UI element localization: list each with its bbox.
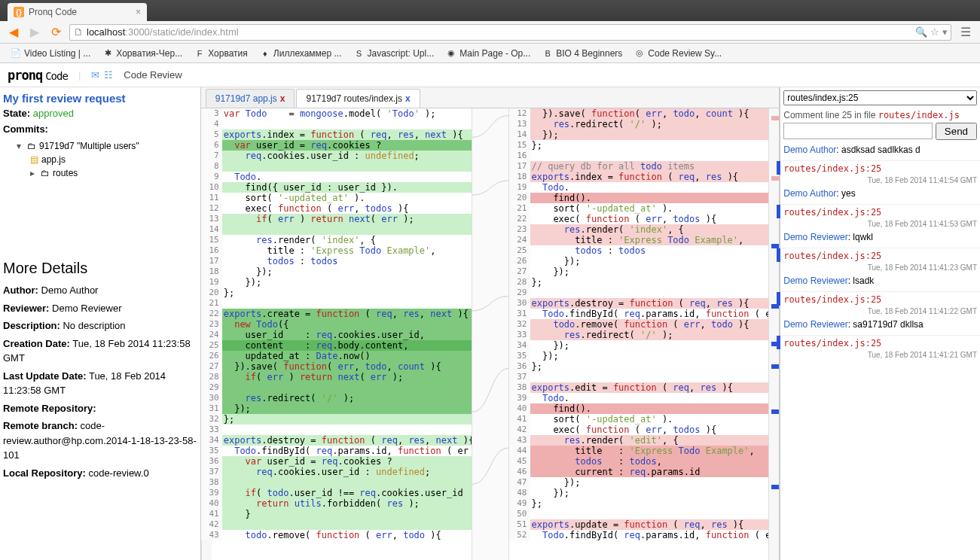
code-line[interactable]: 25 content : req.body.content, <box>222 340 472 351</box>
code-line[interactable]: 43 todo.remove( function ( err, todo ){ <box>222 530 472 540</box>
code-line[interactable]: 44 title : 'Express Todo Example', <box>530 446 780 456</box>
code-line[interactable]: 4 <box>222 119 472 129</box>
code-line[interactable]: 20}; <box>222 288 472 298</box>
code-line[interactable]: 31 }); <box>222 403 472 414</box>
code-line[interactable]: 23 new Todo({ <box>222 319 472 330</box>
code-line[interactable]: 5exports.index = function ( req, res, ne… <box>222 129 472 140</box>
code-line[interactable]: 19 }); <box>222 277 472 288</box>
code-line[interactable]: 38exports.edit = function ( req, res ){ <box>530 382 780 393</box>
code-line[interactable]: 34exports.destroy = function ( req, res,… <box>222 435 472 446</box>
code-line[interactable]: 9 Todo. <box>222 172 472 182</box>
code-line[interactable]: 35 }); <box>530 351 780 361</box>
code-line[interactable]: 38 <box>222 477 472 488</box>
code-line[interactable]: 17 todos : todos <box>222 256 472 266</box>
code-line[interactable]: 29 <box>530 288 780 298</box>
thread-header[interactable]: routes/index.js:25 <box>780 291 980 307</box>
code-line[interactable]: 51exports.update = function ( req, res )… <box>530 519 780 530</box>
bookmark-item[interactable]: ◉Main Page - Op... <box>441 47 535 60</box>
code-line[interactable]: 16 <box>530 151 780 161</box>
code-line[interactable]: 10 find({ user_id : user_id }). <box>222 182 472 193</box>
dropdown-icon[interactable]: ▾ <box>942 26 948 38</box>
list-icon[interactable]: ☷ <box>104 69 113 81</box>
code-line[interactable]: 21 <box>222 298 472 309</box>
code-line[interactable]: 32 todo.remove( function ( err, todo ){ <box>530 319 780 330</box>
code-line[interactable]: 18 }); <box>222 266 472 277</box>
code-line[interactable]: 7 req.cookies.user_id : undefined; <box>222 151 472 161</box>
expand-icon[interactable]: ▸ <box>30 168 38 178</box>
code-line[interactable]: 14 <box>222 224 472 235</box>
code-line[interactable]: 30exports.destroy = function ( req, res … <box>530 298 780 309</box>
code-line[interactable]: 43 res.render( 'edit', { <box>530 435 780 446</box>
code-line[interactable]: 32}; <box>222 414 472 425</box>
reload-button[interactable]: ⟳ <box>48 25 63 40</box>
code-line[interactable]: 33 <box>222 425 472 435</box>
code-line[interactable]: 39 if( todo.user_id !== req.cookies.user… <box>222 488 472 498</box>
code-line[interactable]: 37 <box>530 372 780 382</box>
code-line[interactable]: 17// query db for all todo items <box>530 161 780 172</box>
mail-icon[interactable]: ✉ <box>91 69 99 81</box>
thread-header[interactable]: routes/index.js:25 <box>780 160 980 176</box>
diff-right[interactable]: 12 }).save( function( err, todo, count )… <box>509 108 780 560</box>
code-line[interactable]: 47 }); <box>530 477 780 488</box>
code-line[interactable]: 18exports.index = function ( req, res ){ <box>530 172 780 182</box>
code-line[interactable]: 34 }); <box>530 340 780 351</box>
code-line[interactable]: 33 res.redirect( '/' ); <box>530 330 780 340</box>
code-line[interactable]: 42 <box>222 519 472 530</box>
code-line[interactable]: 6 var user_id = req.cookies ? <box>222 140 472 151</box>
collapse-icon[interactable]: ▾ <box>17 141 24 151</box>
code-line[interactable]: 50 <box>530 509 780 519</box>
code-line[interactable]: 49}; <box>530 498 780 509</box>
bookmark-item[interactable]: ♦Лиллехаммер ... <box>255 47 347 60</box>
bookmark-item[interactable]: BBIO 4 Beginners <box>538 47 627 60</box>
url-bar[interactable]: 🗋 localhost:3000/static/ide/index.html 🔍… <box>69 24 951 41</box>
code-line[interactable]: 22 exec( function ( err, todos ){ <box>530 214 780 224</box>
code-line[interactable]: 42 exec( function ( err, todos ){ <box>530 425 780 435</box>
tree-folder-routes[interactable]: ▸ 🗀 routes <box>3 166 197 180</box>
code-line[interactable]: 12 exec( function ( err, todos ){ <box>222 203 472 214</box>
code-line[interactable]: 22exports.create = function ( req, res, … <box>222 309 472 319</box>
code-line[interactable]: 28}; <box>530 277 780 288</box>
forward-button[interactable]: ▶ <box>27 25 42 40</box>
send-button[interactable]: Send <box>936 123 977 140</box>
bookmark-item[interactable]: 📄Video Listing | ... <box>6 47 95 60</box>
code-line[interactable]: 27 }); <box>530 266 780 277</box>
tree-commit[interactable]: ▾ 🗀 91719d7 "Multiple users" <box>3 139 197 153</box>
code-line[interactable]: 41 } <box>222 509 472 519</box>
code-line[interactable]: 37 req.cookies.user_id : undefined; <box>222 467 472 477</box>
code-line[interactable]: 13 if( err ) return next( err ); <box>222 214 472 224</box>
thread-header[interactable]: routes/index.js:25 <box>780 335 980 351</box>
comment-input[interactable] <box>783 123 933 139</box>
code-line[interactable]: 21 sort( '-updated_at' ). <box>530 203 780 214</box>
code-line[interactable]: 30 res.redirect( '/' ); <box>222 393 472 403</box>
diff-left[interactable]: 3var Todo = mongoose.model( 'Todo' );45e… <box>201 108 472 560</box>
close-tab-icon[interactable]: x <box>405 93 411 104</box>
code-line[interactable]: 28 if( err ) return next( err ); <box>222 372 472 382</box>
code-line[interactable]: 24 title : 'Express Todo Example', <box>530 235 780 245</box>
code-line[interactable]: 25 todos : todos <box>530 245 780 256</box>
code-line[interactable]: 31 Todo.findById( req.params.id, functio… <box>530 309 780 319</box>
code-line[interactable]: 23 res.render( 'index', { <box>530 224 780 235</box>
code-line[interactable]: 19 Todo. <box>530 182 780 193</box>
code-line[interactable]: 13 res.redirect( '/' ); <box>530 119 780 129</box>
code-line[interactable]: 12 }).save( function( err, todo, count )… <box>530 108 780 119</box>
code-line[interactable]: 36 var user_id = req.cookies ? <box>222 456 472 467</box>
code-line[interactable]: 3var Todo = mongoose.model( 'Todo' ); <box>222 108 472 119</box>
code-line[interactable]: 15 res.render( 'index', { <box>222 235 472 245</box>
code-line[interactable]: 46 current : req.params.id <box>530 467 780 477</box>
minimap[interactable] <box>768 108 779 560</box>
code-line[interactable]: 15}; <box>530 140 780 151</box>
file-tab[interactable]: 91719d7 routes/index.jsx <box>296 89 420 108</box>
back-button[interactable]: ◀ <box>6 25 21 40</box>
code-line[interactable]: 24 user_id : req.cookies.user_id, <box>222 330 472 340</box>
code-line[interactable]: 29 <box>222 382 472 393</box>
star-icon[interactable]: ☆ <box>930 26 939 38</box>
bookmark-item[interactable]: SJavascript: Upl... <box>350 47 439 60</box>
bookmark-item[interactable]: ◎Code Review Sy... <box>630 47 726 60</box>
code-line[interactable]: 11 sort( '-updated_at' ). <box>222 193 472 203</box>
file-tab[interactable]: 91719d7 app.jsx <box>206 89 295 108</box>
browser-tab[interactable]: {} Pronq Code × <box>8 3 147 21</box>
menu-icon[interactable]: ☰ <box>957 25 974 39</box>
code-line[interactable]: 52 Todo.findById( req.params.id, functio… <box>530 530 780 540</box>
code-line[interactable]: 41 sort( '-updated_at' ). <box>530 414 780 425</box>
code-line[interactable]: 14 }); <box>530 129 780 140</box>
